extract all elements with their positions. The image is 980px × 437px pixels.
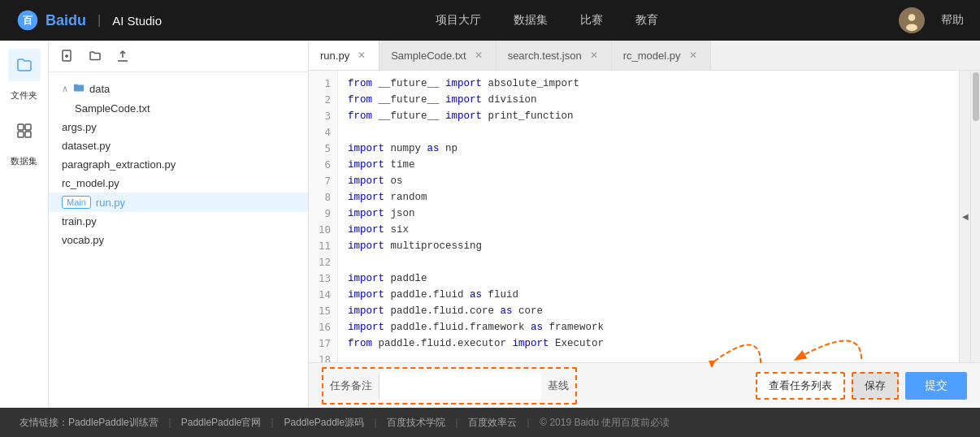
collapse-panel-button[interactable]: ◀: [959, 71, 970, 362]
footer: 友情链接： PaddlePaddle训练营 ｜ PaddlePaddle官网 ｜…: [0, 408, 980, 437]
file-runpy[interactable]: Main run.py: [49, 193, 308, 212]
code-content[interactable]: from __future__ import absolute_import f…: [338, 71, 959, 362]
footer-divider-0: ｜: [165, 416, 175, 430]
tab-samplecode[interactable]: SampleCode.txt ✕: [379, 41, 497, 70]
editor-area: run.py ✕ SampleCode.txt ✕ search.test.js…: [309, 41, 980, 408]
folder-data-icon: [73, 82, 85, 96]
svg-point-3: [908, 14, 916, 21]
bottom-panel: 任务备注 基线 查看任务列表: [309, 362, 980, 408]
svg-rect-6: [25, 124, 31, 130]
sidebar-item-dataset[interactable]: [8, 115, 41, 147]
tab-samplecode-close[interactable]: ✕: [473, 50, 484, 61]
footer-link-label: 友情链接：: [20, 416, 68, 430]
folder-data[interactable]: ∧ data: [49, 79, 308, 99]
nav-link-competition[interactable]: 比赛: [580, 13, 603, 28]
footer-divider-3: ｜: [452, 416, 462, 430]
baidu-logo-icon: 百: [16, 9, 39, 32]
nav-help-link[interactable]: 帮助: [941, 13, 964, 28]
tab-search[interactable]: search.test.json ✕: [497, 41, 612, 70]
scrollbar-right[interactable]: [970, 71, 980, 362]
footer-link-2[interactable]: PaddlePaddle源码: [284, 416, 364, 430]
sidebar-dataset-group: 数据集: [8, 115, 41, 167]
svg-rect-8: [25, 132, 31, 137]
file-tree: ∧ data SampleCode.txt args.py dataset.py…: [49, 72, 308, 408]
svg-marker-14: [709, 361, 715, 367]
tab-search-close[interactable]: ✕: [588, 50, 600, 61]
file-vocab[interactable]: vocab.py: [49, 231, 308, 249]
upload-button[interactable]: [114, 47, 132, 65]
file-vocab-name: vocab.py: [62, 234, 104, 246]
nav-logo-baidu-text: Baidu: [46, 12, 86, 29]
main-content: 文件夹 数据集: [0, 41, 980, 408]
footer-link-3[interactable]: 百度技术学院: [387, 416, 445, 430]
footer-link-4[interactable]: 百度效率云: [468, 416, 517, 430]
tab-rcmodel-close[interactable]: ✕: [687, 50, 699, 61]
folder-data-name: data: [89, 83, 110, 95]
nav-logo: 百 Baidu | AI Studio: [16, 9, 162, 32]
scroll-thumb: [973, 72, 979, 121]
nav-link-dataset[interactable]: 数据集: [514, 13, 548, 28]
grid-icon: [16, 123, 33, 139]
submit-button[interactable]: 提交: [905, 372, 967, 400]
sidebar-files-group: 文件夹: [8, 49, 41, 102]
footer-divider-2: ｜: [371, 416, 380, 430]
task-note-label: 任务备注: [330, 379, 372, 393]
sidebar-files-label: 文件夹: [11, 89, 37, 102]
footer-link-1[interactable]: PaddlePaddle官网: [181, 416, 262, 430]
footer-divider-1: ｜: [267, 416, 277, 430]
tab-runpy-close[interactable]: ✕: [356, 50, 367, 61]
file-dataset[interactable]: dataset.py: [49, 136, 308, 155]
file-train[interactable]: train.py: [49, 212, 308, 231]
sidebar-dataset-label: 数据集: [11, 155, 37, 167]
file-args[interactable]: args.py: [49, 118, 308, 136]
new-folder-button[interactable]: [86, 47, 104, 65]
nav-right: 帮助: [899, 7, 964, 33]
svg-point-4: [906, 24, 917, 31]
tab-runpy-label: run.py: [320, 50, 349, 62]
nav-logo-studio-text: AI Studio: [112, 14, 162, 28]
file-rcmodel[interactable]: rc_model.py: [49, 174, 308, 193]
save-button[interactable]: 保存: [852, 372, 899, 400]
baseline-input[interactable]: [379, 372, 541, 400]
new-file-icon: [61, 50, 74, 63]
folder-open-icon: [73, 82, 85, 93]
code-editor: 1234 5678 9101112 13141516 17181920 2122…: [309, 71, 980, 362]
tab-samplecode-label: SampleCode.txt: [391, 50, 466, 62]
nav-links: 项目大厅 数据集 比赛 教育: [194, 13, 899, 28]
upload-icon: [116, 50, 129, 63]
file-train-name: train.py: [62, 215, 97, 227]
view-tasks-button[interactable]: 查看任务列表: [756, 372, 845, 400]
tab-rcmodel[interactable]: rc_model.py ✕: [612, 41, 711, 70]
file-toolbar: [49, 41, 308, 72]
user-avatar[interactable]: [899, 7, 925, 33]
tab-rcmodel-label: rc_model.py: [623, 50, 681, 62]
badge-main: Main: [62, 196, 91, 209]
nav-link-project[interactable]: 项目大厅: [436, 13, 481, 28]
footer-divider-4: ｜: [523, 416, 533, 430]
top-nav: 百 Baidu | AI Studio 项目大厅 数据集 比赛 教育 帮助: [0, 0, 980, 41]
tab-runpy[interactable]: run.py ✕: [309, 41, 379, 70]
file-dataset-name: dataset.py: [62, 140, 111, 152]
file-samplecode[interactable]: SampleCode.txt: [49, 99, 308, 118]
sidebar: 文件夹 数据集: [0, 41, 49, 408]
editor-tabs: run.py ✕ SampleCode.txt ✕ search.test.js…: [309, 41, 980, 71]
sidebar-item-files[interactable]: [8, 49, 41, 81]
footer-copyright: © 2019 Baidu 使用百度前必读: [540, 416, 670, 430]
svg-text:百: 百: [23, 15, 33, 26]
file-args-name: args.py: [62, 121, 97, 133]
nav-link-education[interactable]: 教育: [635, 13, 658, 28]
folder-icon: [16, 57, 33, 73]
svg-rect-5: [18, 124, 24, 130]
file-panel: ∧ data SampleCode.txt args.py dataset.py…: [49, 41, 309, 408]
avatar-icon: [900, 9, 923, 32]
tab-search-label: search.test.json: [508, 50, 582, 62]
new-file-button[interactable]: [59, 47, 76, 65]
baseline-label: 基线: [548, 379, 569, 393]
file-runpy-name: run.py: [96, 197, 125, 209]
file-paragraph[interactable]: paragraph_extraction.py: [49, 155, 308, 174]
right-actions: 查看任务列表 保存 提交: [756, 372, 967, 400]
nav-logo-divider: |: [98, 13, 101, 28]
file-samplecode-name: SampleCode.txt: [75, 102, 150, 115]
file-rcmodel-name: rc_model.py: [62, 177, 119, 189]
footer-link-0[interactable]: PaddlePaddle训练营: [68, 416, 158, 430]
